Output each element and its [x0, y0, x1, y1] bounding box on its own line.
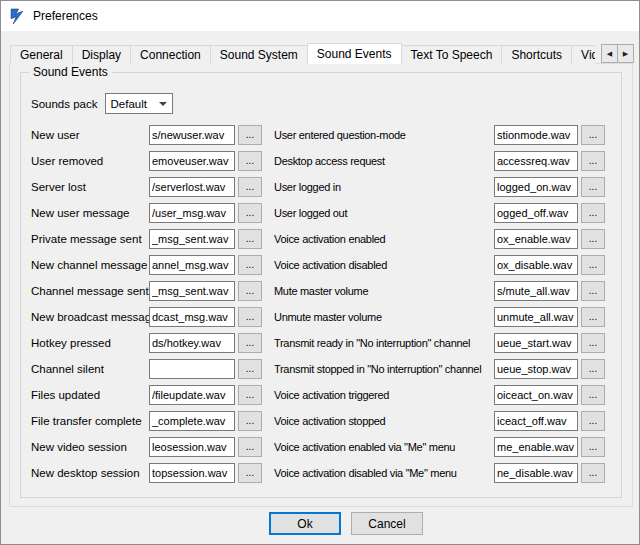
sound-event-row: Desktop access request... — [274, 151, 605, 171]
sound-event-label: New user message — [31, 207, 149, 219]
sound-file-input[interactable] — [494, 151, 578, 171]
tab-shortcuts[interactable]: Shortcuts — [501, 45, 572, 64]
sound-file-input[interactable] — [149, 463, 235, 483]
sound-file-input[interactable] — [494, 307, 578, 327]
sound-event-row: User logged in... — [274, 177, 605, 197]
sound-file-input[interactable] — [149, 203, 235, 223]
sound-event-row: New desktop session... — [31, 463, 262, 483]
tab-connection[interactable]: Connection — [130, 45, 211, 64]
sound-file-input[interactable] — [494, 333, 578, 353]
sound-event-row: Transmit stopped in "No interruption" ch… — [274, 359, 605, 379]
sound-file-input[interactable] — [494, 463, 578, 483]
sounds-pack-select[interactable]: Default — [105, 93, 173, 114]
sound-file-input[interactable] — [149, 177, 235, 197]
sound-event-label: Files updated — [31, 389, 149, 401]
sound-file-input[interactable] — [494, 385, 578, 405]
sound-file-input[interactable] — [494, 281, 578, 301]
sound-event-label: New desktop session — [31, 467, 149, 479]
browse-button[interactable]: ... — [238, 281, 262, 301]
sound-event-row: Voice activation enabled... — [274, 229, 605, 249]
sound-event-row: User logged out... — [274, 203, 605, 223]
tab-general[interactable]: General — [10, 45, 73, 64]
tab-sound-system[interactable]: Sound System — [210, 45, 308, 64]
browse-button[interactable]: ... — [581, 281, 605, 301]
sound-file-input[interactable] — [149, 255, 235, 275]
sound-file-input[interactable] — [494, 359, 578, 379]
sound-event-row: Channel message sent... — [31, 281, 262, 301]
sound-file-input[interactable] — [149, 229, 235, 249]
browse-button[interactable]: ... — [581, 333, 605, 353]
sound-file-input[interactable] — [494, 411, 578, 431]
sound-event-row: Voice activation enabled via "Me" menu..… — [274, 437, 605, 457]
browse-button[interactable]: ... — [238, 255, 262, 275]
tab-scroll-left-button[interactable]: ◀ — [601, 44, 618, 63]
browse-button[interactable]: ... — [238, 333, 262, 353]
sound-file-input[interactable] — [149, 437, 235, 457]
sound-file-input[interactable] — [149, 385, 235, 405]
sound-event-row: New user message... — [31, 203, 262, 223]
sound-file-input[interactable] — [494, 229, 578, 249]
browse-button[interactable]: ... — [238, 125, 262, 145]
browse-button[interactable]: ... — [581, 177, 605, 197]
sound-file-input[interactable] — [494, 177, 578, 197]
browse-button[interactable]: ... — [581, 437, 605, 457]
sound-event-label: Voice activation triggered — [274, 389, 494, 401]
browse-button[interactable]: ... — [581, 359, 605, 379]
sound-event-label: Server lost — [31, 181, 149, 193]
browse-button[interactable]: ... — [581, 411, 605, 431]
browse-button[interactable]: ... — [238, 385, 262, 405]
sound-file-input[interactable] — [149, 151, 235, 171]
sound-file-input[interactable] — [149, 281, 235, 301]
browse-button[interactable]: ... — [238, 177, 262, 197]
tab-text-to-speech[interactable]: Text To Speech — [401, 45, 503, 64]
browse-button[interactable]: ... — [581, 385, 605, 405]
sound-file-input[interactable] — [149, 307, 235, 327]
sound-event-row: Channel silent... — [31, 359, 262, 379]
preferences-dialog: Preferences GeneralDisplayConnectionSoun… — [0, 0, 640, 545]
sound-event-label: File transfer complete — [31, 415, 149, 427]
sound-events-column-right: User entered question-mode...Desktop acc… — [274, 125, 605, 483]
tab-scroll-right-button[interactable]: ▶ — [617, 44, 634, 63]
browse-button[interactable]: ... — [238, 463, 262, 483]
browse-button[interactable]: ... — [581, 463, 605, 483]
sound-event-label: Voice activation disabled via "Me" menu — [274, 467, 494, 479]
browse-button[interactable]: ... — [238, 307, 262, 327]
sound-file-input[interactable] — [149, 411, 235, 431]
tab-video[interactable]: Video — [571, 45, 595, 64]
browse-button[interactable]: ... — [581, 125, 605, 145]
browse-button[interactable]: ... — [238, 203, 262, 223]
sound-events-column-left: New user...User removed...Server lost...… — [31, 125, 262, 483]
browse-button[interactable]: ... — [581, 151, 605, 171]
browse-button[interactable]: ... — [238, 411, 262, 431]
sound-file-input[interactable] — [494, 125, 578, 145]
sound-file-input[interactable] — [149, 125, 235, 145]
sound-file-input[interactable] — [149, 359, 235, 379]
sound-event-label: Transmit stopped in "No interruption" ch… — [274, 363, 494, 375]
tab-sound-events[interactable]: Sound Events — [307, 43, 402, 64]
sound-file-input[interactable] — [149, 333, 235, 353]
sound-event-label: Hotkey pressed — [31, 337, 149, 349]
browse-button[interactable]: ... — [581, 307, 605, 327]
browse-button[interactable]: ... — [238, 437, 262, 457]
sound-event-row: New broadcast message... — [31, 307, 262, 327]
sound-event-label: User logged out — [274, 207, 494, 219]
sound-event-label: Unmute master volume — [274, 311, 494, 323]
sound-file-input[interactable] — [494, 437, 578, 457]
sound-file-input[interactable] — [494, 255, 578, 275]
sound-file-input[interactable] — [494, 203, 578, 223]
browse-button[interactable]: ... — [581, 203, 605, 223]
sound-events-columns: New user...User removed...Server lost...… — [31, 125, 605, 483]
browse-button[interactable]: ... — [581, 255, 605, 275]
sound-event-row: Mute master volume... — [274, 281, 605, 301]
browse-button[interactable]: ... — [238, 229, 262, 249]
sound-event-row: Hotkey pressed... — [31, 333, 262, 353]
ok-button[interactable]: Ok — [269, 512, 341, 535]
sound-event-label: Private message sent — [31, 233, 149, 245]
sound-event-label: Mute master volume — [274, 285, 494, 297]
browse-button[interactable]: ... — [238, 151, 262, 171]
cancel-button[interactable]: Cancel — [351, 512, 423, 535]
tab-display[interactable]: Display — [72, 45, 131, 64]
browse-button[interactable]: ... — [581, 229, 605, 249]
browse-button[interactable]: ... — [238, 359, 262, 379]
sound-event-row: Voice activation stopped... — [274, 411, 605, 431]
